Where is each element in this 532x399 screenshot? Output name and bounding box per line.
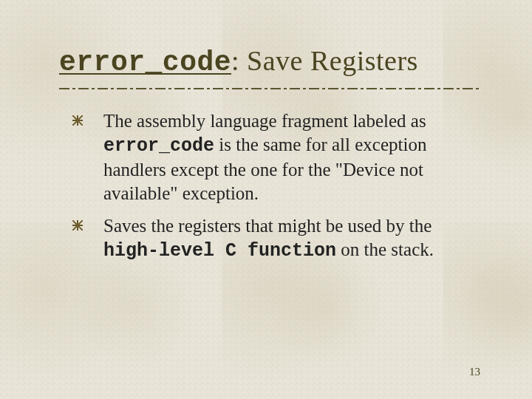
bullet-text-post: on the stack. [336, 239, 434, 259]
bullet-text-pre: The assembly language fragment labeled a… [103, 111, 426, 131]
list-item: Saves the registers that might be used b… [96, 214, 480, 263]
bullet-code: error_code [103, 135, 214, 157]
bullet-code: high-level C function [103, 240, 336, 262]
slide-title: error_code: Save Registers [59, 44, 480, 78]
title-rest: : Save Registers [231, 45, 418, 76]
bullet-list: The assembly language fragment labeled a… [59, 109, 480, 263]
divider [59, 87, 480, 90]
page-number: 13 [469, 366, 480, 378]
title-code: error_code [59, 47, 231, 78]
bullet-text-pre: Saves the registers that might be used b… [103, 216, 432, 236]
slide: error_code: Save Registers The assembly … [0, 0, 532, 399]
list-item: The assembly language fragment labeled a… [96, 109, 480, 205]
